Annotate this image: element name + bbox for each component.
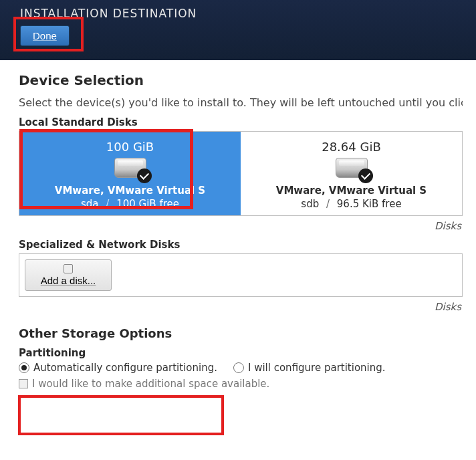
- separator: /: [322, 198, 334, 210]
- disk-free: 96.5 KiB free: [337, 198, 402, 210]
- disk-name: VMware, VMware Virtual S: [247, 185, 455, 197]
- hard-disk-icon: [336, 158, 368, 178]
- disk-tile-sda[interactable]: 100 GiB VMware, VMware Virtual S sda / 1…: [19, 132, 241, 215]
- radio-auto-partitioning[interactable]: Automatically configure partitioning.: [19, 362, 217, 374]
- disk-free: 100 GiB free: [116, 198, 179, 210]
- disk-dev: sdb: [301, 198, 319, 210]
- radio-icon: [19, 362, 29, 373]
- add-disk-label: Add a disk...: [41, 275, 96, 286]
- hard-disk-icon: [114, 158, 146, 178]
- partitioning-row: Automatically configure partitioning. I …: [19, 362, 463, 374]
- content-area: Device Selection Select the device(s) yo…: [0, 60, 476, 390]
- disk-size: 28.64 GiB: [247, 140, 455, 154]
- other-storage-title: Other Storage Options: [19, 326, 463, 340]
- disk-tile-sdb[interactable]: 28.64 GiB VMware, VMware Virtual S sdb /…: [241, 132, 462, 215]
- page-title: INSTALLATION DESTINATION: [20, 7, 456, 20]
- disk-size: 100 GiB: [26, 140, 234, 154]
- other-storage-options: Other Storage Options Partitioning Autom…: [19, 326, 463, 390]
- disk-free-line: sda / 100 GiB free: [26, 198, 234, 210]
- specialized-disks-row: Add a disk...: [19, 253, 463, 297]
- add-disk-icon: [64, 264, 73, 273]
- done-button[interactable]: Done: [20, 25, 70, 46]
- additional-space-row[interactable]: I would like to make additional space av…: [19, 378, 463, 390]
- separator: /: [102, 198, 113, 210]
- radio-label: I will configure partitioning.: [248, 362, 386, 374]
- disk-free-line: sdb / 96.5 KiB free: [247, 198, 455, 210]
- header-bar: INSTALLATION DESTINATION Done: [0, 0, 476, 60]
- disks-note: Disks: [19, 216, 463, 239]
- annotation-highlight: [18, 395, 224, 435]
- radio-label: Automatically configure partitioning.: [33, 362, 217, 374]
- checkbox-label: I would like to make additional space av…: [32, 378, 269, 390]
- specialized-disks-label: Specialized & Network Disks: [19, 239, 463, 251]
- device-selection-desc: Select the device(s) you'd like to insta…: [19, 95, 463, 111]
- radio-icon: [233, 362, 244, 373]
- radio-manual-partitioning[interactable]: I will configure partitioning.: [233, 362, 386, 374]
- disks-note: Disks: [19, 297, 463, 320]
- add-disk-button[interactable]: Add a disk...: [25, 259, 112, 291]
- check-icon: [358, 168, 373, 183]
- checkbox-icon: [19, 379, 28, 388]
- disk-name: VMware, VMware Virtual S: [26, 185, 234, 197]
- local-disks-row: 100 GiB VMware, VMware Virtual S sda / 1…: [19, 131, 463, 216]
- check-icon: [137, 168, 152, 183]
- device-selection-title: Device Selection: [19, 72, 463, 88]
- partitioning-label: Partitioning: [19, 347, 463, 359]
- disk-dev: sda: [81, 198, 99, 210]
- local-disks-label: Local Standard Disks: [19, 116, 463, 128]
